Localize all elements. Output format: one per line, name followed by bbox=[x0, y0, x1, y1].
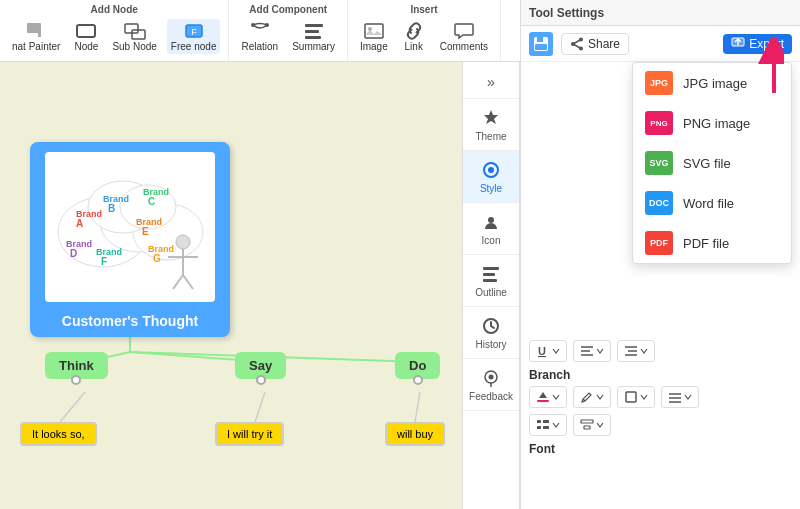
underline-icon: U bbox=[536, 344, 550, 358]
border-btn[interactable] bbox=[617, 386, 655, 408]
export-pdf[interactable]: PDF PDF file bbox=[633, 223, 791, 263]
summary-label: Summary bbox=[292, 41, 335, 52]
node-icon bbox=[74, 21, 98, 41]
insert-label: Insert bbox=[410, 4, 437, 15]
svg-point-46 bbox=[488, 167, 494, 173]
format-painter-icon bbox=[24, 21, 48, 41]
tool-settings-panel: Tool Settings Share bbox=[520, 0, 800, 509]
do-label: Do bbox=[409, 358, 426, 373]
svg-text:G: G bbox=[153, 253, 161, 264]
add-component-group: Add Component Relation Summary bbox=[229, 0, 348, 61]
save-btn[interactable] bbox=[529, 32, 553, 56]
add-component-label: Add Component bbox=[249, 4, 327, 15]
link-btn[interactable]: Link bbox=[398, 19, 430, 54]
svg-text:Brand: Brand bbox=[96, 247, 122, 257]
doc-icon: DOC bbox=[645, 191, 673, 215]
svg-line-43 bbox=[173, 275, 183, 289]
think-node[interactable]: Think bbox=[45, 352, 108, 379]
think-label: Think bbox=[59, 358, 94, 373]
svg-rect-48 bbox=[483, 267, 499, 270]
format-row: U bbox=[529, 340, 792, 362]
svg-rect-74 bbox=[537, 400, 549, 402]
tool-settings-header: Tool Settings bbox=[521, 0, 800, 26]
node-btn[interactable]: Node bbox=[70, 19, 102, 54]
free-node-label: Free node bbox=[171, 41, 217, 52]
export-svg[interactable]: SVG SVG file bbox=[633, 143, 791, 183]
central-node[interactable]: Brand A Brand B Brand C Brand D Brand E … bbox=[30, 142, 230, 337]
png-icon-svg: PNG bbox=[650, 116, 668, 130]
sidebar-outline[interactable]: Outline bbox=[463, 255, 519, 307]
say-circle bbox=[256, 375, 266, 385]
sidebar-style[interactable]: Style bbox=[463, 151, 519, 203]
do-circle bbox=[413, 375, 423, 385]
font-section-label: Font bbox=[529, 442, 792, 456]
border-icon bbox=[624, 390, 638, 404]
position-dropdown-icon bbox=[596, 421, 604, 429]
image-btn[interactable]: Image bbox=[356, 19, 392, 54]
line-btn[interactable] bbox=[661, 386, 699, 408]
svg-rect-81 bbox=[543, 420, 549, 423]
sub-node-icon bbox=[123, 21, 147, 41]
style-icon bbox=[480, 159, 502, 181]
sidebar-icon[interactable]: Icon bbox=[463, 203, 519, 255]
svg-line-20 bbox=[415, 392, 420, 422]
list-btn[interactable] bbox=[529, 414, 567, 436]
svg-label: SVG file bbox=[683, 156, 731, 171]
fill-dropdown-icon bbox=[552, 393, 560, 401]
pdf-icon: PDF bbox=[645, 231, 673, 255]
svg-rect-50 bbox=[483, 279, 497, 282]
ts-content: U Branch bbox=[521, 332, 800, 509]
png-icon: PNG bbox=[645, 111, 673, 135]
sub-node-btn[interactable]: Sub Node bbox=[108, 19, 160, 54]
sidebar-feedback[interactable]: Feedback bbox=[463, 359, 519, 411]
expand-icon: » bbox=[487, 74, 495, 90]
png-label: PNG image bbox=[683, 116, 750, 131]
expand-arrows-btn[interactable]: » bbox=[463, 66, 519, 99]
share-button[interactable]: Share bbox=[561, 33, 629, 55]
svg-rect-57 bbox=[535, 44, 547, 50]
say-node[interactable]: Say bbox=[235, 352, 286, 379]
align-btn[interactable] bbox=[573, 340, 611, 362]
add-node-label: Add Node bbox=[91, 4, 138, 15]
summary-btn[interactable]: Summary bbox=[288, 19, 339, 54]
relation-btn[interactable]: Relation bbox=[237, 19, 282, 54]
looks-node[interactable]: It looks so, bbox=[20, 422, 97, 446]
free-node-btn[interactable]: F Free node bbox=[167, 19, 221, 54]
pencil-icon bbox=[580, 390, 594, 404]
export-label: Export bbox=[749, 37, 784, 51]
indent-btn[interactable] bbox=[617, 340, 655, 362]
svg-text:PNG: PNG bbox=[650, 119, 667, 128]
export-word[interactable]: DOC Word file bbox=[633, 183, 791, 223]
svg-point-47 bbox=[488, 217, 494, 223]
comments-btn[interactable]: Comments bbox=[436, 19, 492, 54]
svg-rect-10 bbox=[305, 30, 319, 33]
link-label: Link bbox=[405, 41, 423, 52]
export-button[interactable]: Export bbox=[723, 34, 792, 54]
comments-icon bbox=[452, 21, 476, 41]
try-label: I will try it bbox=[227, 428, 272, 440]
export-jpg[interactable]: JPG JPG image bbox=[633, 63, 791, 103]
sidebar-history[interactable]: History bbox=[463, 307, 519, 359]
list-icon bbox=[536, 418, 550, 432]
try-node[interactable]: I will try it bbox=[215, 422, 284, 446]
svg-text:Brand: Brand bbox=[103, 194, 129, 204]
add-component-icons: Relation Summary bbox=[237, 19, 339, 54]
export-png[interactable]: PNG PNG image bbox=[633, 103, 791, 143]
canvas-area[interactable]: Brand A Brand B Brand C Brand D Brand E … bbox=[0, 62, 462, 509]
pencil-btn[interactable] bbox=[573, 386, 611, 408]
svg-rect-84 bbox=[581, 420, 593, 423]
link-icon bbox=[402, 21, 426, 41]
svg-icon: SVG bbox=[645, 151, 673, 175]
buy-node[interactable]: will buy bbox=[385, 422, 445, 446]
do-node[interactable]: Do bbox=[395, 352, 440, 379]
fill-btn[interactable] bbox=[529, 386, 567, 408]
save-icon bbox=[532, 35, 550, 53]
svg-rect-12 bbox=[365, 24, 383, 38]
indent-icon bbox=[624, 344, 638, 358]
position-btn[interactable] bbox=[573, 414, 611, 436]
feedback-icon bbox=[480, 367, 502, 389]
sidebar-theme[interactable]: Theme bbox=[463, 99, 519, 151]
outline-icon bbox=[480, 263, 502, 285]
underline-btn[interactable]: U bbox=[529, 340, 567, 362]
format-painter-btn[interactable]: nat Painter bbox=[8, 19, 64, 54]
